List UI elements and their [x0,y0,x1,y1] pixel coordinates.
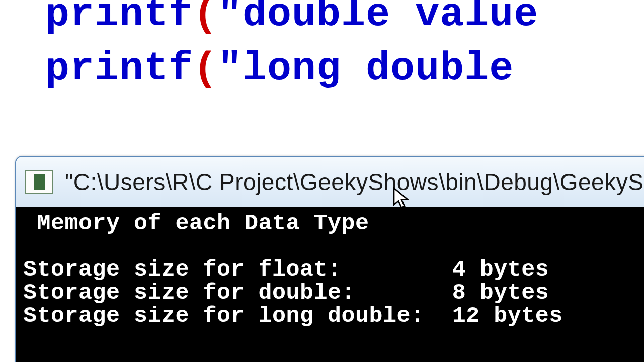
console-heading: Memory of each Data Type [23,211,369,236]
string-literal: "double value [218,0,538,37]
open-paren: ( [193,0,218,37]
console-line: Storage size for double: 8 bytes [23,280,549,306]
open-paren: ( [193,46,218,92]
code-editor-snippet: printf("double value printf("long double [45,0,644,96]
window-title-text: "C:\Users\R\C Project\GeekyShows\bin\Deb… [65,168,644,196]
printf-keyword: printf [45,46,193,92]
code-line-1: printf("double value [45,0,644,42]
console-window[interactable]: "C:\Users\R\C Project\GeekyShows\bin\Deb… [15,156,644,362]
window-titlebar[interactable]: "C:\Users\R\C Project\GeekyShows\bin\Deb… [16,157,644,207]
string-literal: "long double [218,46,514,92]
printf-keyword: printf [45,0,193,37]
app-icon [25,170,53,194]
console-line: Storage size for long double: 12 bytes [23,303,563,329]
console-line: Storage size for float: 4 bytes [23,257,549,283]
code-line-2: printf("long double [45,42,644,96]
console-output[interactable]: Memory of each Data Type Storage size fo… [16,207,644,362]
